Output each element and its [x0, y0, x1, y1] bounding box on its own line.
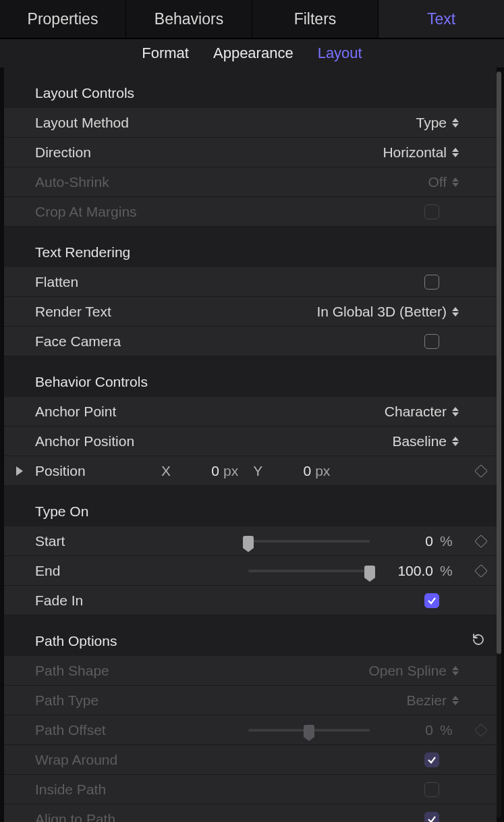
- dropdown-anchor-position[interactable]: Baseline: [392, 433, 459, 449]
- section-text-rendering: Text Rendering: [4, 238, 497, 267]
- label-direction: Direction: [35, 144, 160, 161]
- unit-px: px: [315, 463, 330, 479]
- stepper-icon: [452, 307, 459, 317]
- keyframe-icon[interactable]: [474, 464, 488, 478]
- section-title: Path Options: [35, 633, 471, 649]
- value-start[interactable]: 0: [385, 533, 433, 549]
- label-crop-at-margins: Crop At Margins: [35, 204, 160, 220]
- label-end: End: [35, 563, 160, 579]
- row-auto-shrink: Auto-Shrink Off: [4, 167, 497, 197]
- label-path-type: Path Type: [35, 692, 160, 709]
- scrollbar[interactable]: [497, 72, 501, 818]
- slider-start[interactable]: [248, 540, 370, 543]
- reset-button[interactable]: [471, 632, 486, 651]
- stepper-icon: [452, 177, 459, 187]
- row-crop-at-margins: Crop At Margins: [4, 197, 497, 227]
- label-layout-method: Layout Method: [35, 115, 160, 131]
- subtab-layout[interactable]: Layout: [314, 45, 366, 62]
- stepper-icon: [452, 407, 459, 416]
- label-wrap-around: Wrap Around: [35, 752, 160, 768]
- label-render-text: Render Text: [35, 304, 160, 320]
- unit-px: px: [223, 463, 238, 479]
- checkbox-fade-in[interactable]: [424, 593, 439, 608]
- main-tabs: Properties Behaviors Filters Text: [0, 0, 504, 39]
- row-anchor-point: Anchor Point Character: [4, 397, 497, 427]
- dropdown-path-type: Bezier: [406, 692, 459, 709]
- checkbox-inside-path: [424, 782, 439, 797]
- label-face-camera: Face Camera: [35, 333, 160, 350]
- checkbox-align-to-path: [424, 812, 439, 823]
- dropdown-direction[interactable]: Horizontal: [383, 144, 459, 161]
- axis-y-label: Y: [252, 463, 264, 479]
- label-inside-path: Inside Path: [35, 782, 160, 798]
- checkbox-flatten[interactable]: [424, 275, 439, 290]
- section-title: Text Rendering: [35, 244, 486, 261]
- stepper-icon: [452, 666, 459, 676]
- row-start: Start 0 %: [4, 526, 497, 556]
- stepper-icon: [452, 118, 459, 128]
- dropdown-anchor-point[interactable]: Character: [385, 404, 459, 420]
- unit-percent: %: [440, 563, 459, 579]
- label-path-shape: Path Shape: [35, 663, 160, 679]
- label-anchor-point: Anchor Point: [35, 404, 160, 420]
- text-subtabs: Format Appearance Layout: [0, 39, 504, 67]
- axis-x-label: X: [160, 463, 172, 479]
- value-path-offset: 0: [385, 722, 433, 738]
- subtab-appearance[interactable]: Appearance: [209, 45, 298, 62]
- checkbox-face-camera[interactable]: [424, 334, 439, 349]
- label-start: Start: [35, 533, 160, 549]
- value-position-x[interactable]: 0: [176, 463, 219, 479]
- unit-percent: %: [440, 722, 459, 738]
- keyframe-icon[interactable]: [474, 535, 488, 548]
- label-position: Position: [35, 463, 160, 479]
- scrollbar-thumb[interactable]: [497, 72, 501, 654]
- tab-properties[interactable]: Properties: [0, 0, 126, 38]
- row-wrap-around: Wrap Around: [4, 745, 497, 775]
- stepper-icon: [452, 696, 459, 705]
- row-face-camera: Face Camera: [4, 327, 497, 356]
- row-fade-in: Fade In: [4, 586, 497, 615]
- section-title: Layout Controls: [35, 85, 486, 101]
- slider-end[interactable]: [248, 570, 370, 572]
- disclosure-triangle-icon[interactable]: [16, 466, 23, 476]
- dropdown-render-text[interactable]: In Global 3D (Better): [316, 304, 459, 320]
- checkbox-wrap-around: [424, 752, 439, 767]
- row-render-text: Render Text In Global 3D (Better): [4, 297, 497, 327]
- row-anchor-position: Anchor Position Baseline: [4, 427, 497, 456]
- row-inside-path: Inside Path: [4, 775, 497, 804]
- row-path-type: Path Type Bezier: [4, 686, 497, 715]
- row-flatten: Flatten: [4, 267, 497, 297]
- stepper-icon: [452, 148, 459, 157]
- section-title: Type On: [35, 503, 486, 520]
- tab-behaviors[interactable]: Behaviors: [126, 0, 252, 38]
- dropdown-auto-shrink: Off: [428, 174, 459, 190]
- tab-text[interactable]: Text: [379, 0, 504, 38]
- subtab-format[interactable]: Format: [138, 45, 193, 62]
- slider-thumb: [304, 725, 314, 737]
- checkbox-crop-at-margins: [424, 204, 439, 219]
- section-type-on: Type On: [4, 497, 497, 526]
- section-path-options: Path Options: [4, 626, 497, 656]
- slider-thumb[interactable]: [243, 536, 254, 548]
- row-end: End 100.0 %: [4, 556, 497, 586]
- row-direction: Direction Horizontal: [4, 138, 497, 167]
- section-title: Behavior Controls: [35, 374, 486, 390]
- label-flatten: Flatten: [35, 274, 160, 290]
- dropdown-layout-method[interactable]: Type: [416, 115, 459, 131]
- slider-path-offset: [248, 729, 370, 732]
- slider-thumb[interactable]: [364, 566, 375, 578]
- label-align-to-path: Align to Path: [35, 811, 160, 823]
- row-layout-method: Layout Method Type: [4, 108, 497, 138]
- section-behavior-controls: Behavior Controls: [4, 367, 497, 397]
- label-path-offset: Path Offset: [35, 722, 160, 738]
- row-path-shape: Path Shape Open Spline: [4, 656, 497, 686]
- row-position: Position X 0 px Y 0 px: [4, 456, 497, 486]
- keyframe-icon[interactable]: [474, 564, 488, 578]
- row-path-offset: Path Offset 0 %: [4, 715, 497, 745]
- dropdown-path-shape: Open Spline: [368, 663, 459, 679]
- value-position-y[interactable]: 0: [268, 463, 311, 479]
- row-align-to-path: Align to Path: [4, 804, 497, 822]
- stepper-icon: [452, 437, 459, 446]
- tab-filters[interactable]: Filters: [252, 0, 379, 38]
- value-end[interactable]: 100.0: [385, 563, 433, 579]
